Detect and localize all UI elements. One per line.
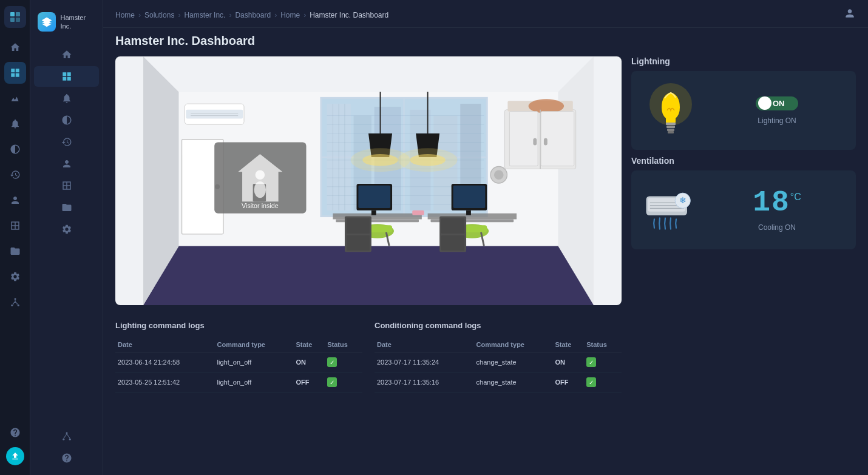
svg-rect-95 — [412, 211, 424, 215]
lighting-logs-title: Lighting command logs — [115, 321, 362, 330]
conditioning-log-row: 2023-07-17 11:35:16 change_state OFF ✓ — [375, 372, 622, 392]
lightning-card: ON Lighting ON — [631, 71, 856, 150]
log-status: ✓ — [325, 352, 362, 372]
svg-rect-42 — [186, 110, 243, 119]
conditioning-col-date: Date — [375, 337, 474, 352]
sidebar-item-alerts[interactable] — [34, 88, 99, 109]
lighting-logs: Lighting command logs Date Command type … — [115, 321, 362, 392]
breadcrumb-sep-1: › — [138, 11, 141, 19]
icon-sidebar — [0, 0, 30, 475]
ventilation-section: Ventilation ❄ — [631, 156, 856, 249]
svg-text:Visitor inside: Visitor inside — [242, 202, 279, 209]
svg-point-67 — [254, 181, 266, 198]
svg-rect-93 — [441, 218, 464, 234]
nav-folder-icon[interactable] — [4, 240, 26, 262]
logo-button[interactable] — [4, 6, 26, 28]
sidebar-item-users[interactable] — [34, 153, 99, 174]
nav-analytics-icon[interactable] — [4, 87, 26, 109]
svg-point-6 — [17, 305, 19, 306]
conditioning-logs-title: Conditioning command logs — [375, 321, 622, 330]
log-state: OFF — [293, 372, 325, 392]
room-illustration: Visitor inside — [115, 56, 622, 305]
sidebar-item-dashboard[interactable] — [34, 66, 99, 87]
lighting-toggle-label: ON — [773, 99, 785, 108]
temp-unit: °C — [790, 192, 801, 203]
log-state: ON — [552, 352, 584, 372]
svg-rect-74 — [358, 186, 390, 208]
conditioning-col-command: Command type — [474, 337, 553, 352]
lighting-col-command: Command type — [215, 337, 294, 352]
nav-help-icon[interactable] — [4, 422, 26, 443]
breadcrumb-current: Hamster Inc. Dashboard — [310, 11, 388, 19]
org-name: Hamster Inc. — [61, 13, 96, 31]
sidebar-item-contrast[interactable] — [34, 110, 99, 130]
sidebar-item-reports[interactable] — [34, 175, 99, 196]
status-check-icon: ✓ — [586, 377, 596, 387]
conditioning-logs-table: Date Command type State Status 2023-07-1… — [375, 337, 622, 392]
svg-line-10 — [63, 434, 66, 439]
sidebar-item-history[interactable] — [34, 132, 99, 152]
lighting-toggle[interactable]: ON — [756, 96, 798, 110]
svg-line-11 — [67, 434, 70, 439]
user-profile-icon[interactable] — [844, 7, 856, 22]
sidebar-item-devices[interactable] — [34, 426, 99, 446]
nav-dashboard-icon[interactable] — [4, 62, 26, 84]
log-date: 2023-06-14 21:24:58 — [115, 352, 215, 372]
breadcrumb-home[interactable]: Home — [115, 11, 135, 19]
lighting-status: Lighting ON — [758, 116, 796, 125]
sidebar-item-files[interactable] — [34, 197, 99, 218]
svg-rect-99 — [667, 129, 674, 131]
nav-alerts-icon[interactable] — [4, 113, 26, 135]
lightning-control: ON Lighting ON — [710, 96, 844, 125]
log-date: 2023-07-17 11:35:16 — [375, 372, 474, 392]
svg-point-5 — [11, 305, 13, 306]
conditioning-col-status: Status — [584, 337, 622, 352]
nav-settings-icon[interactable] — [4, 266, 26, 288]
svg-rect-2 — [10, 18, 15, 22]
logs-grid: Lighting command logs Date Command type … — [115, 321, 622, 392]
nav-history-icon[interactable] — [4, 164, 26, 186]
svg-point-8 — [63, 439, 64, 440]
svg-point-9 — [69, 439, 70, 440]
svg-point-54 — [398, 148, 458, 172]
sidebar-item-settings[interactable] — [34, 219, 99, 240]
log-status: ✓ — [325, 372, 362, 392]
svg-point-7 — [66, 432, 67, 434]
temp-display-group: 18 °C — [753, 188, 801, 217]
lighting-col-state: State — [293, 337, 325, 352]
breadcrumb-org[interactable]: Hamster Inc. — [184, 11, 225, 19]
ventilation-control: 18 °C Cooling ON — [710, 188, 844, 232]
svg-rect-94 — [441, 235, 464, 251]
sidebar-item-help[interactable] — [34, 448, 99, 468]
temperature-value: 18 — [753, 188, 790, 217]
nav-users-icon[interactable] — [4, 189, 26, 211]
main-content: Home › Solutions › Hamster Inc. › Dashbo… — [103, 0, 868, 475]
log-command: light_on_off — [215, 352, 294, 372]
breadcrumb-solutions[interactable]: Solutions — [144, 11, 174, 19]
nav-network-icon[interactable] — [4, 291, 26, 313]
svg-rect-87 — [466, 211, 471, 215]
breadcrumb-sep-3: › — [229, 11, 231, 19]
page-title: Hamster Inc. Dashboard — [103, 28, 868, 56]
svg-rect-3 — [16, 18, 20, 22]
breadcrumb-home2[interactable]: Home — [280, 11, 300, 19]
log-status: ✓ — [584, 372, 622, 392]
svg-rect-97 — [666, 123, 676, 125]
status-check-icon: ✓ — [327, 357, 337, 367]
nav-contrast-icon[interactable] — [4, 138, 26, 160]
log-command: change_state — [474, 372, 553, 392]
breadcrumb-sep-5: › — [303, 11, 306, 19]
conditioning-logs: Conditioning command logs Date Command t… — [375, 321, 622, 392]
breadcrumb: Home › Solutions › Hamster Inc. › Dashbo… — [115, 11, 388, 19]
svg-point-66 — [256, 170, 265, 180]
lighting-log-row: 2023-05-25 12:51:42 light_on_off OFF ✓ — [115, 372, 362, 392]
main-sidebar: Hamster Inc. — [30, 0, 103, 475]
content-body: Visitor inside — [103, 56, 868, 475]
svg-rect-1 — [16, 12, 20, 16]
svg-rect-98 — [666, 126, 675, 128]
breadcrumb-dashboard[interactable]: Dashboard — [235, 11, 271, 19]
sidebar-item-home[interactable] — [34, 44, 99, 65]
nav-table-icon[interactable] — [4, 215, 26, 237]
nav-upload-icon[interactable] — [6, 447, 24, 465]
nav-home-icon[interactable] — [4, 36, 26, 58]
